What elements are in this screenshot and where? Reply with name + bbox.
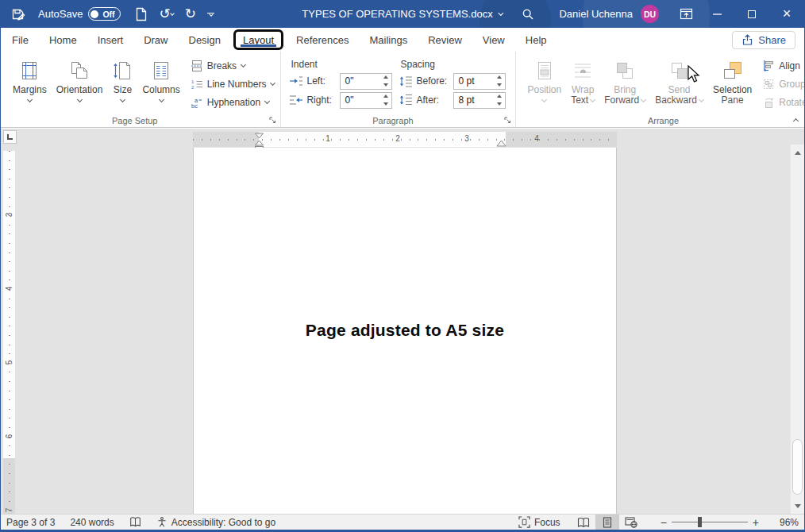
user-name[interactable]: Daniel Uchenna — [559, 8, 633, 20]
vertical-ruler[interactable]: 3 4 5 6 7 — [3, 151, 15, 514]
spinner-buttons[interactable] — [380, 93, 391, 108]
tab-stop-selector[interactable] — [3, 130, 17, 144]
chevron-down-icon — [27, 96, 33, 102]
close-button[interactable]: × — [768, 0, 805, 28]
columns-button[interactable]: Columns — [137, 55, 184, 104]
page-setup-group: Margins Orientation — [0, 52, 281, 127]
tab-insert[interactable]: Insert — [87, 28, 134, 52]
avatar[interactable]: DU — [641, 5, 659, 23]
hyphenation-button[interactable]: a bc Hyphenation — [188, 93, 278, 111]
paragraph-group: Indent Left: 0" — [281, 52, 516, 127]
tab-draw[interactable]: Draw — [133, 28, 178, 52]
tab-layout[interactable]: Layout — [233, 29, 283, 50]
ribbon-display-options-icon[interactable] — [672, 0, 700, 28]
spacing-before-field[interactable]: 0 pt — [453, 73, 506, 90]
autosave-toggle[interactable]: Off — [88, 7, 120, 21]
zoom-in-button[interactable]: + — [748, 516, 764, 529]
undo-dropdown-chevron-icon[interactable] — [170, 11, 175, 16]
print-layout-icon — [603, 517, 612, 528]
arrange-group-label: Arrange — [516, 116, 805, 125]
horizontal-ruler[interactable]: 1 2 3 4 — [193, 132, 617, 147]
breaks-button[interactable]: Breaks — [188, 56, 278, 75]
undo-icon[interactable]: ↺ — [160, 0, 171, 28]
tab-review[interactable]: Review — [418, 28, 472, 52]
document-body-text[interactable]: Page adjusted to A5 size — [194, 321, 616, 340]
spacing-after-icon — [399, 94, 413, 106]
right-indent-marker[interactable] — [496, 140, 506, 147]
group-icon — [762, 78, 775, 91]
zoom-slider-thumb[interactable] — [698, 517, 702, 527]
scroll-up-button[interactable] — [791, 146, 804, 160]
spacing-after-field[interactable]: 8 pt — [453, 92, 506, 109]
spacing-before-label: Before: — [416, 75, 450, 87]
web-layout-icon — [625, 517, 637, 528]
document-page[interactable]: Page adjusted to A5 size — [193, 148, 617, 514]
save-icon[interactable] — [11, 0, 25, 28]
svg-text:2: 2 — [191, 84, 195, 89]
focus-button[interactable]: Focus — [518, 516, 560, 528]
line-numbers-button[interactable]: 1 2 Line Numbers — [188, 75, 278, 93]
margins-button[interactable]: Margins — [8, 55, 52, 104]
indent-right-field[interactable]: 0" — [340, 92, 392, 109]
accessibility-status[interactable]: Accessibility: Good to go — [156, 516, 275, 528]
tab-help[interactable]: Help — [515, 28, 557, 52]
spinner-buttons[interactable] — [494, 74, 505, 89]
zoom-percentage[interactable]: 96% — [768, 517, 799, 528]
zoom-slider[interactable] — [672, 522, 748, 522]
new-document-icon[interactable] — [135, 0, 147, 28]
maximize-button[interactable] — [734, 0, 768, 28]
page-setup-dialog-launcher[interactable] — [268, 116, 277, 125]
chevron-down-icon — [641, 96, 646, 102]
svg-text:bc: bc — [191, 102, 198, 109]
tab-file[interactable]: File — [2, 28, 39, 52]
search-icon[interactable] — [510, 0, 545, 28]
tab-view[interactable]: View — [472, 28, 515, 52]
word-count[interactable]: 240 words — [70, 517, 114, 528]
scroll-down-button[interactable] — [791, 499, 804, 513]
paragraph-dialog-launcher[interactable] — [503, 116, 512, 125]
vertical-scrollbar[interactable] — [790, 145, 804, 514]
scrollbar-thumb[interactable] — [792, 439, 803, 495]
ribbon-tab-row: File Home Insert Draw Design Layout Refe… — [0, 28, 805, 52]
redo-icon[interactable]: ↻ — [185, 0, 196, 28]
chevron-down-icon — [541, 96, 547, 102]
hyphenation-icon: a bc — [191, 96, 203, 109]
document-title[interactable]: TYPES OF OPERATING SYSTEMS.docx — [302, 8, 503, 20]
margins-icon — [19, 56, 40, 85]
page-indicator[interactable]: Page 3 of 3 — [6, 517, 55, 528]
indent-left-label: Left: — [306, 75, 337, 87]
read-mode-button[interactable] — [572, 515, 595, 530]
tab-references[interactable]: References — [286, 28, 359, 52]
autosave-state-label: Off — [102, 10, 114, 19]
tab-home[interactable]: Home — [39, 28, 87, 52]
chevron-down-icon — [76, 96, 82, 102]
chevron-down-icon — [264, 98, 270, 104]
bring-forward-icon — [614, 56, 635, 85]
line-numbers-icon: 1 2 — [191, 78, 203, 91]
proofing-status-icon[interactable] — [129, 516, 141, 528]
title-bar: AutoSave Off ↺ ↻ TYPES OF OPERATING SYST… — [0, 0, 805, 28]
orientation-button[interactable]: Orientation — [52, 55, 108, 104]
spinner-buttons[interactable] — [380, 74, 391, 89]
print-layout-button[interactable] — [595, 515, 619, 530]
size-button[interactable]: Size — [107, 55, 137, 104]
ruler-number: 4 — [532, 134, 541, 143]
indent-left-icon — [289, 75, 303, 87]
align-button[interactable]: Align — [760, 56, 805, 75]
web-layout-button[interactable] — [619, 515, 643, 530]
selection-pane-button[interactable]: Selection Pane — [708, 55, 757, 104]
autosave-label: AutoSave — [38, 8, 83, 20]
zoom-out-button[interactable]: − — [656, 516, 672, 529]
minimize-button[interactable] — [700, 0, 734, 28]
tab-stop-icon — [7, 134, 13, 140]
mouse-cursor — [688, 65, 702, 84]
spinner-buttons[interactable] — [494, 93, 505, 108]
page-setup-group-label: Page Setup — [0, 116, 269, 125]
rotate-button: Rotate — [760, 93, 805, 111]
ruler-number: 5 — [5, 358, 13, 367]
share-button[interactable]: Share — [732, 31, 795, 49]
customize-quick-access-toolbar-icon[interactable] — [207, 13, 214, 16]
tab-design[interactable]: Design — [179, 28, 231, 52]
tab-mailings[interactable]: Mailings — [360, 28, 418, 52]
indent-left-field[interactable]: 0" — [340, 73, 392, 90]
